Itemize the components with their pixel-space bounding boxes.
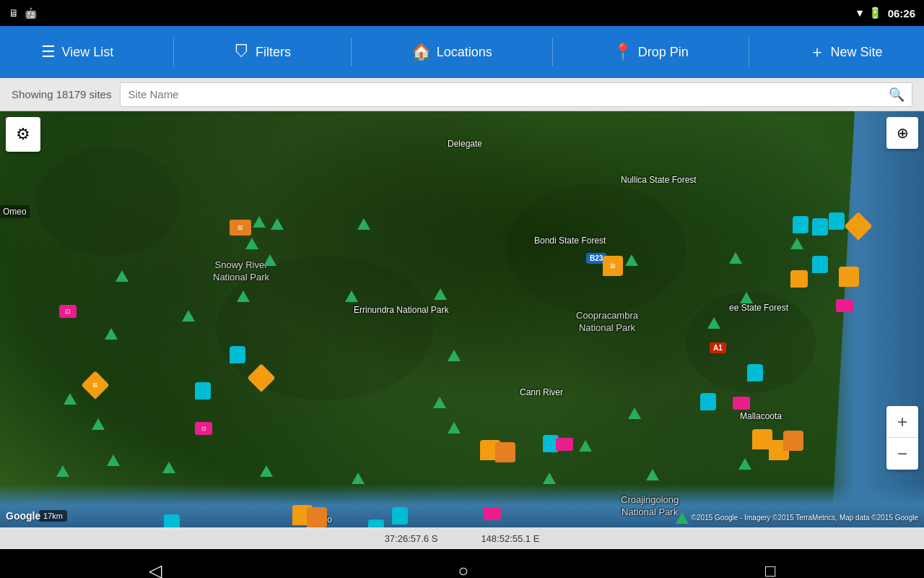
marker-tent-mid-r[interactable] <box>625 254 638 266</box>
marker-gold-stack3[interactable] <box>783 431 803 451</box>
marker-tent-mid8[interactable] <box>543 473 556 484</box>
gear-icon: ⚙ <box>16 125 30 144</box>
nav-divider-2 <box>351 38 352 66</box>
marker-tent-mid4[interactable] <box>579 440 592 452</box>
search-input[interactable] <box>128 88 889 100</box>
marker-cyan-right2[interactable] <box>812 218 828 236</box>
marker-tent-top4[interactable] <box>263 254 276 266</box>
marker-cyan-flag6[interactable] <box>700 393 716 410</box>
marker-gold-left1[interactable]: ⊞ <box>85 375 105 395</box>
locations-button[interactable]: 🏠 Locations <box>403 37 501 67</box>
pin-icon: 📍 <box>613 43 632 61</box>
marker-tent-10[interactable] <box>434 288 447 300</box>
hamburger-icon: ☰ <box>41 43 56 61</box>
marker-mag-caravan1[interactable]: ⊡ <box>195 422 212 435</box>
zoom-out-button[interactable]: − <box>886 438 918 470</box>
marker-caravan-right2[interactable] <box>733 397 750 410</box>
marker-tent-12[interactable] <box>740 292 753 303</box>
terrain-3 <box>505 184 686 314</box>
recents-button[interactable]: □ <box>765 561 776 578</box>
marker-tent-top1[interactable] <box>253 216 266 228</box>
marker-gold-right3[interactable] <box>839 267 859 287</box>
marker-tent-mid3[interactable] <box>448 422 461 434</box>
road-a1: A1 <box>710 342 726 353</box>
back-button[interactable]: ◁ <box>149 561 162 578</box>
marker-tent-mid5[interactable] <box>628 407 641 419</box>
marker-tent-mid10[interactable] <box>56 465 69 477</box>
marker-tent-left1[interactable] <box>105 328 118 340</box>
status-bar: 🖥 🤖 ▾ 🔋 06:26 <box>0 0 924 26</box>
time-display: 06:26 <box>888 7 915 20</box>
map-area[interactable]: Delegate Nullica State Forest Snowy Rive… <box>0 111 924 527</box>
new-site-label: New Site <box>831 45 883 60</box>
marker-tent-9[interactable] <box>345 290 358 302</box>
view-list-label: View List <box>61 45 113 60</box>
terrain-1 <box>36 147 180 256</box>
marker-tent-mid7[interactable] <box>352 473 365 484</box>
drop-pin-label: Drop Pin <box>638 45 689 60</box>
device-icon: 🖥 <box>9 7 19 19</box>
new-site-button[interactable]: ＋ New Site <box>801 35 892 69</box>
marker-cyan-flag5[interactable] <box>392 507 408 525</box>
marker-tent-7[interactable] <box>237 290 250 302</box>
marker-tent-5[interactable] <box>357 218 370 230</box>
marker-tent-left3[interactable] <box>92 418 105 430</box>
marker-tent-left4[interactable] <box>107 454 120 466</box>
marker-gold-right2[interactable] <box>790 270 808 288</box>
marker-orange-mid1[interactable]: ⊞ <box>603 256 623 276</box>
marker-gold-bot4[interactable] <box>495 442 515 462</box>
google-logo: Google <box>6 510 40 522</box>
locations-label: Locations <box>437 45 492 60</box>
marker-tent-mid1[interactable] <box>448 350 461 361</box>
marker-gold-bot2[interactable] <box>307 507 327 527</box>
marker-cyan-right4[interactable] <box>812 256 828 273</box>
home-button[interactable]: ○ <box>458 561 469 578</box>
map-copyright: ©2015 Google - Imagery ©2015 TerraMetric… <box>692 514 918 522</box>
status-right-icons: ▾ 🔋 06:26 <box>857 7 915 20</box>
marker-caravan-cann[interactable] <box>556 438 573 451</box>
longitude-display: 148:52:55.1 E <box>481 533 539 544</box>
battery-icon: 🔋 <box>868 7 882 20</box>
marker-tent-11[interactable] <box>729 252 742 264</box>
view-list-button[interactable]: ☰ View List <box>32 37 122 67</box>
marker-gold-left2[interactable] <box>251 368 271 388</box>
nav-divider-3 <box>552 38 553 66</box>
drop-pin-button[interactable]: 📍 Drop Pin <box>604 37 697 67</box>
marker-cyan-flag1[interactable] <box>230 346 245 363</box>
zoom-in-button[interactable]: + <box>886 406 918 438</box>
marker-cyan-flag2[interactable] <box>195 382 211 400</box>
filters-label: Filters <box>256 45 291 60</box>
marker-cyan-flag3[interactable] <box>164 514 180 527</box>
marker-caravan-right1[interactable] <box>836 299 853 312</box>
filters-button[interactable]: ⛉ Filters <box>225 37 300 67</box>
nav-divider-1 <box>173 38 174 66</box>
settings-button[interactable]: ⚙ <box>6 117 40 152</box>
house-icon: 🏠 <box>411 43 431 61</box>
android-icon: 🤖 <box>25 7 37 19</box>
marker-tent-top2[interactable] <box>271 218 284 230</box>
marker-tent-8[interactable] <box>182 310 195 322</box>
marker-tent-14[interactable] <box>707 317 720 329</box>
marker-cyan-right1[interactable] <box>793 216 808 233</box>
marker-tent-mid9[interactable] <box>646 469 659 480</box>
marker-gold-right1[interactable] <box>848 216 868 236</box>
marker-cyan-flag4[interactable] <box>368 519 384 527</box>
marker-tent-13[interactable] <box>790 238 803 249</box>
marker-caravan-left[interactable]: ⊡ <box>59 305 77 318</box>
compass-button[interactable]: ⊕ <box>886 117 918 149</box>
marker-cyan-right5[interactable] <box>747 364 763 381</box>
marker-tent-6[interactable] <box>116 270 128 282</box>
marker-mag-caravan4[interactable] <box>484 507 501 520</box>
distance-badge: 17km <box>39 510 67 522</box>
marker-tent-bot5[interactable] <box>676 512 689 524</box>
marker-cyan-right3[interactable] <box>829 212 845 230</box>
marker-tent-bot6[interactable] <box>738 458 751 470</box>
marker-tent-top3[interactable] <box>245 238 258 249</box>
marker-rv-top[interactable]: ⊞ <box>230 220 251 236</box>
zoom-controls: + − <box>886 406 918 470</box>
search-input-wrap[interactable]: 🔍 <box>120 82 912 107</box>
marker-tent-mid2[interactable] <box>433 397 446 408</box>
marker-tent-mid6[interactable] <box>260 465 273 477</box>
marker-tent-left2[interactable] <box>64 393 77 405</box>
marker-tent-mid11[interactable] <box>162 462 175 473</box>
